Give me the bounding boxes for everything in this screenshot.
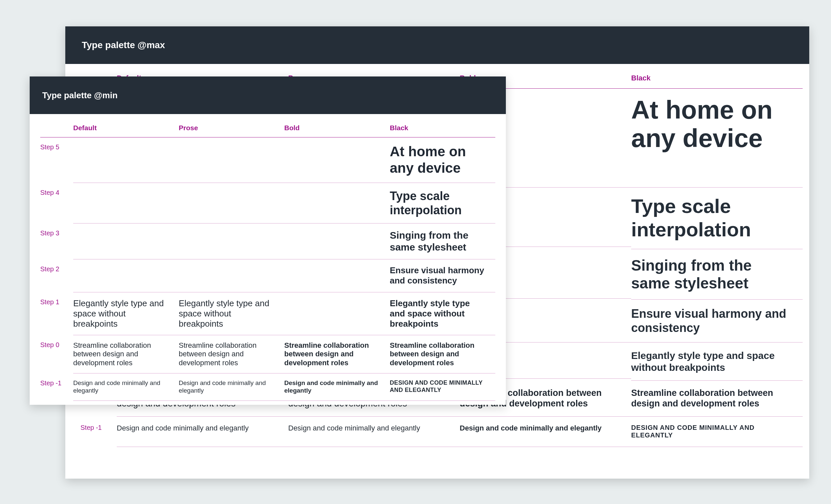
max-black-2: Ensure visual harmony and consistency [631, 300, 803, 343]
min-col-head-default: Default [73, 114, 179, 138]
card-title-max: Type palette @max [65, 26, 809, 64]
min-bold-0: Streamline collaboration between design … [284, 335, 390, 374]
min-black-1: Elegantly style type and space without b… [390, 292, 495, 335]
min-step-4: Step 4 [40, 183, 73, 224]
min-bold-1 [284, 292, 390, 335]
max-black-4: Type scale interpolation [631, 187, 803, 249]
max-prose-n1: Design and code minimally and elegantly [288, 417, 460, 447]
max-bold-n1: Design and code minimally and elegantly [460, 417, 631, 447]
min-black-0: Streamline collaboration between design … [390, 335, 495, 374]
type-palette-min-card: Type palette @min Default Prose Bold Bla… [30, 77, 506, 405]
max-col-head-black: Black [631, 64, 803, 89]
min-cell [73, 259, 179, 292]
min-cell [284, 224, 390, 259]
min-body: Default Prose Bold Black Step 5 At home … [30, 114, 506, 411]
min-cell [73, 138, 179, 183]
min-default-0: Streamline collaboration between design … [73, 335, 179, 374]
min-black-n1: DESIGN AND CODE MINIMALLY AND ELEGANTLY [390, 374, 495, 401]
min-step-2: Step 2 [40, 259, 73, 292]
min-cell [284, 138, 390, 183]
min-cell [73, 183, 179, 224]
max-black-1: Elegantly style type and space without b… [631, 343, 803, 381]
min-prose-1: Elegantly style type and space without b… [179, 292, 284, 335]
min-col-head-prose: Prose [179, 114, 284, 138]
min-bold-n1: Design and code minimally and elegantly [284, 374, 390, 401]
min-cell [179, 259, 284, 292]
min-default-1: Elegantly style type and space without b… [73, 292, 179, 335]
min-black-5: At home on any device [390, 138, 495, 183]
max-black-n1: DESIGN AND CODE MINIMALLY AND ELEGANTLY [631, 417, 803, 447]
min-black-3: Singing from the same stylesheet [390, 224, 495, 259]
min-step-1: Step 1 [40, 292, 73, 335]
max-black-3: Singing from the same stylesheet [631, 249, 803, 300]
min-col-head-bold: Bold [284, 114, 390, 138]
min-cell [284, 183, 390, 224]
min-prose-0: Streamline collaboration between design … [179, 335, 284, 374]
min-col-head-blank [40, 114, 73, 138]
min-cell [179, 183, 284, 224]
min-step-n1: Step -1 [40, 374, 73, 401]
min-col-head-black: Black [390, 114, 495, 138]
max-black-5: At home on any device [631, 89, 803, 187]
max-black-0: Streamline collaboration between design … [631, 381, 803, 417]
card-title-min: Type palette @min [30, 77, 506, 114]
min-prose-n1: Design and code minimally and elegantly [179, 374, 284, 401]
min-step-0: Step 0 [40, 335, 73, 374]
min-cell [179, 224, 284, 259]
min-default-n1: Design and code minimally and elegantly [73, 374, 179, 401]
max-step-n1: Step -1 [81, 417, 117, 447]
min-cell [73, 224, 179, 259]
min-cell [179, 138, 284, 183]
max-default-n1: Design and code minimally and elegantly [117, 417, 288, 447]
min-black-2: Ensure visual harmony and consistency [390, 259, 495, 292]
min-step-5: Step 5 [40, 138, 73, 183]
min-cell [284, 259, 390, 292]
min-black-4: Type scale interpolation [390, 183, 495, 224]
min-step-3: Step 3 [40, 224, 73, 259]
